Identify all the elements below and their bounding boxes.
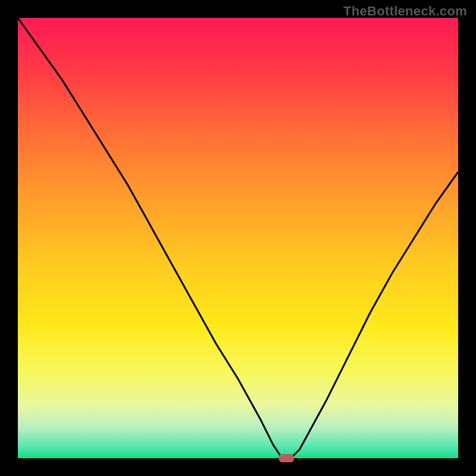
bottleneck-chart [0, 0, 476, 476]
chart-svg [0, 0, 476, 476]
plot-background [18, 18, 458, 458]
optimal-marker [278, 454, 294, 462]
watermark-text: TheBottleneck.com [343, 4, 467, 19]
